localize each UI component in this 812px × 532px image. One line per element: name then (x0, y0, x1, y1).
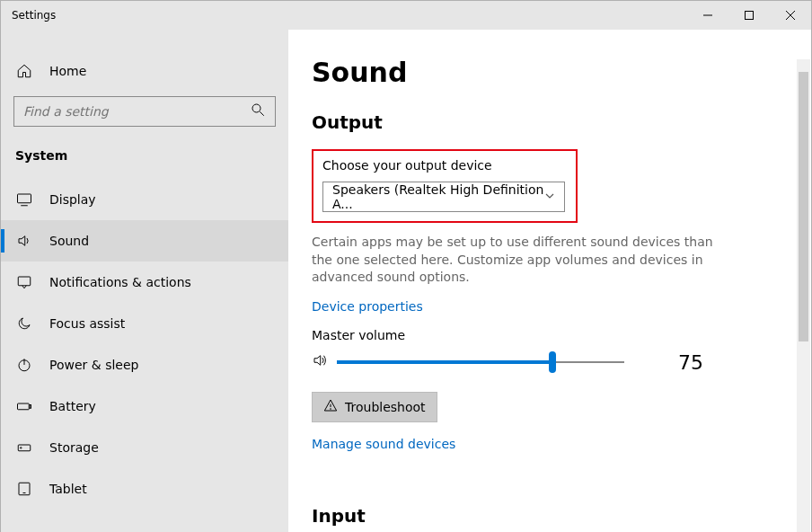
volume-row: 75 (312, 351, 775, 374)
power-icon (15, 357, 33, 373)
sound-icon (15, 233, 33, 249)
sidebar-item-focus-assist[interactable]: Focus assist (1, 303, 288, 344)
troubleshoot-button[interactable]: Troubleshoot (312, 392, 437, 422)
device-properties-link[interactable]: Device properties (312, 299, 423, 314)
output-device-selected: Speakers (Realtek High Definition A... (332, 182, 544, 211)
search-box[interactable] (13, 96, 276, 127)
sidebar-item-label: Sound (49, 234, 89, 248)
manage-sound-devices-link[interactable]: Manage sound devices (312, 437, 455, 451)
scrollbar-thumb[interactable] (799, 72, 808, 341)
warning-icon (323, 398, 338, 415)
troubleshoot-label: Troubleshoot (345, 400, 426, 414)
svg-rect-12 (30, 405, 31, 409)
sidebar-item-label: Focus assist (49, 316, 125, 331)
svg-rect-6 (18, 194, 31, 203)
content-pane: Sound Output Choose your output device S… (288, 30, 811, 532)
output-help-text: Certain apps may be set up to use differ… (312, 234, 725, 287)
input-heading: Input (312, 505, 775, 527)
volume-slider[interactable] (337, 353, 624, 371)
svg-rect-11 (18, 403, 30, 410)
sidebar-item-tablet[interactable]: Tablet (1, 468, 288, 510)
output-device-highlight: Choose your output device Speakers (Real… (312, 149, 578, 223)
sidebar-item-notifications[interactable]: Notifications & actions (1, 262, 288, 303)
battery-icon (15, 398, 33, 414)
titlebar: Settings (1, 1, 811, 30)
window-controls (687, 1, 811, 30)
svg-point-18 (331, 409, 331, 410)
sidebar-item-power-sleep[interactable]: Power & sleep (1, 344, 288, 386)
sidebar-item-label: Power & sleep (49, 358, 138, 372)
home-nav[interactable]: Home (1, 53, 288, 89)
minimize-button[interactable] (687, 1, 728, 30)
close-button[interactable] (770, 1, 811, 30)
svg-point-14 (21, 448, 22, 449)
sidebar-item-label: Battery (49, 399, 96, 413)
window-title: Settings (1, 9, 56, 22)
notifications-icon (15, 274, 33, 290)
svg-rect-1 (746, 12, 754, 20)
search-icon (250, 102, 266, 121)
sidebar-item-storage[interactable]: Storage (1, 427, 288, 468)
slider-fill (337, 360, 552, 364)
sidebar-item-label: Storage (49, 440, 99, 455)
svg-line-5 (260, 111, 264, 116)
svg-rect-8 (18, 277, 31, 286)
sidebar-item-label: Display (49, 192, 96, 207)
svg-point-4 (252, 104, 260, 112)
sidebar: Home System Display (1, 30, 288, 532)
sidebar-item-battery[interactable]: Battery (1, 386, 288, 427)
home-icon (15, 63, 33, 79)
page-title: Sound (312, 57, 775, 88)
display-icon (15, 191, 33, 208)
sidebar-item-label: Tablet (49, 482, 87, 496)
master-volume-label: Master volume (312, 328, 775, 342)
storage-icon (15, 439, 33, 456)
sidebar-section-system: System (1, 132, 288, 179)
chevron-down-icon (544, 191, 555, 204)
output-device-dropdown[interactable]: Speakers (Realtek High Definition A... (322, 182, 565, 212)
scrollbar[interactable] (797, 59, 810, 532)
home-label: Home (49, 64, 86, 78)
choose-output-label: Choose your output device (322, 158, 567, 173)
sidebar-item-sound[interactable]: Sound (1, 220, 288, 262)
maximize-button[interactable] (728, 1, 770, 30)
focus-assist-icon (15, 315, 33, 332)
tablet-icon (15, 481, 33, 497)
sidebar-item-label: Notifications & actions (49, 275, 191, 289)
output-heading: Output (312, 111, 775, 133)
search-input[interactable] (23, 104, 250, 119)
slider-thumb[interactable] (549, 351, 556, 373)
volume-value: 75 (678, 351, 703, 374)
volume-icon[interactable] (312, 352, 328, 372)
sidebar-item-display[interactable]: Display (1, 179, 288, 220)
